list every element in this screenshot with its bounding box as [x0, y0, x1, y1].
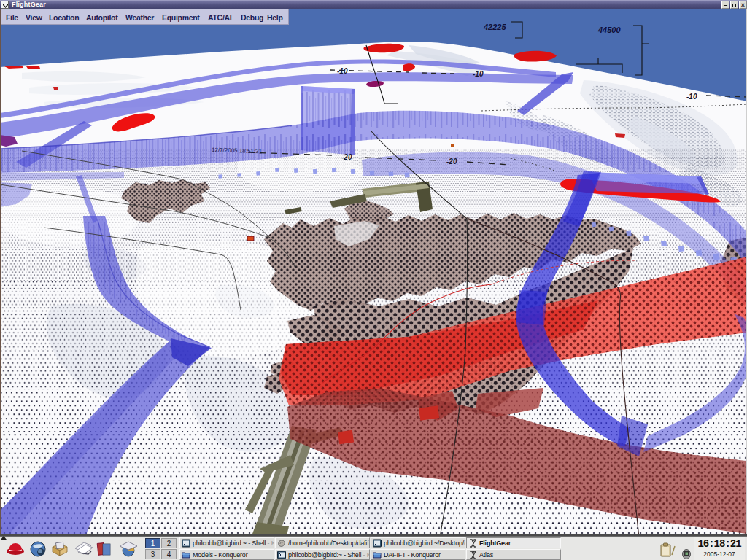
svg-text:42225: 42225: [483, 23, 506, 31]
svg-text:-10: -10: [473, 70, 484, 78]
svg-text:-20: -20: [341, 153, 352, 161]
svg-text:-10: -10: [686, 93, 697, 101]
svg-text:44500: 44500: [597, 26, 621, 34]
svg-text:-20: -20: [446, 158, 457, 166]
svg-text:-10: -10: [337, 67, 348, 75]
